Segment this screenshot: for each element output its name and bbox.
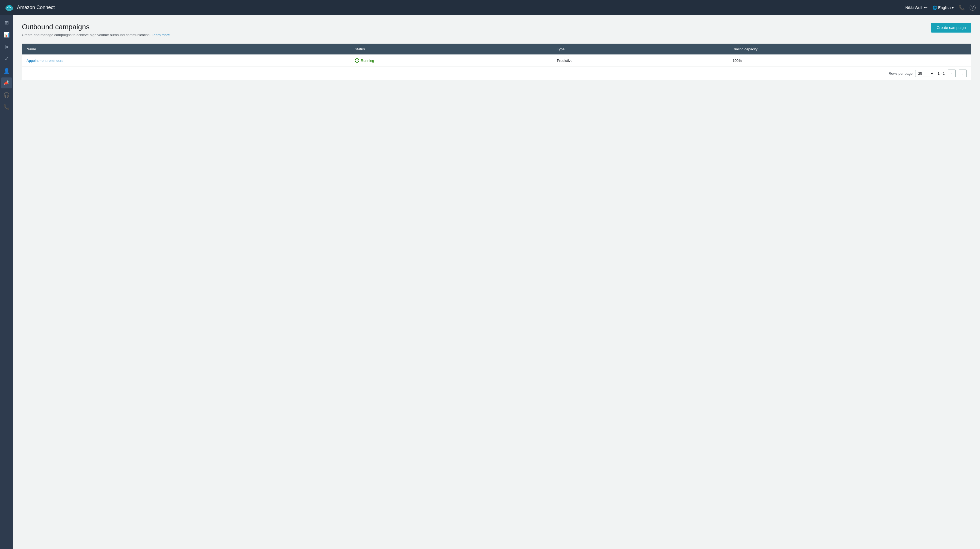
next-page-button[interactable]: › <box>959 70 967 77</box>
sidebar-item-users[interactable]: 👤 <box>1 65 12 76</box>
user-menu[interactable]: Nikki Wolf ↩ <box>905 5 928 10</box>
sidebar-item-dashboard[interactable]: ⊞ <box>1 17 12 28</box>
sidebar-item-analytics[interactable]: 📊 <box>1 29 12 40</box>
sidebar-item-queues[interactable]: 🎧 <box>1 89 12 100</box>
col-dialing-capacity: Dialing capacity <box>728 44 971 54</box>
page-header-text: Outbound campaigns Create and manage cam… <box>22 23 170 37</box>
queues-icon: 🎧 <box>3 92 10 98</box>
sidebar-item-campaigns[interactable]: 📣 <box>1 78 12 88</box>
page-header: Outbound campaigns Create and manage cam… <box>22 23 971 37</box>
campaigns-table: Name Status Type Dialing capacity Appoin… <box>22 44 971 67</box>
col-status: Status <box>350 44 553 54</box>
campaigns-icon: 📣 <box>3 80 10 86</box>
rows-per-page: Rows per page: 10 25 50 100 <box>889 70 934 77</box>
description-text: Create and manage campaigns to achieve h… <box>22 33 151 37</box>
chevron-down-icon: ▾ <box>952 5 954 10</box>
table-header-row: Name Status Type Dialing capacity <box>22 44 971 54</box>
col-type: Type <box>552 44 728 54</box>
sidebar-item-routing[interactable]: ⊳ <box>1 41 12 52</box>
campaign-name-cell: Appointment reminders <box>22 54 350 67</box>
contacts-icon: 📞 <box>3 104 10 110</box>
sidebar-item-contacts[interactable]: 📞 <box>1 102 12 113</box>
signout-icon[interactable]: ↩ <box>924 5 928 10</box>
app-title: Amazon Connect <box>17 5 55 10</box>
language-label: English <box>938 5 951 10</box>
create-campaign-button[interactable]: Create campaign <box>931 23 971 33</box>
status-running: ✓ Running <box>355 58 548 63</box>
rows-per-page-select[interactable]: 10 25 50 100 <box>915 70 934 77</box>
page-description: Create and manage campaigns to achieve h… <box>22 33 170 37</box>
users-icon: 👤 <box>3 68 10 74</box>
col-name: Name <box>22 44 350 54</box>
sidebar-item-tasks[interactable]: ✓ <box>1 53 12 64</box>
table-body: Appointment reminders ✓ Running Predicti… <box>22 54 971 67</box>
globe-icon: 🌐 <box>932 5 937 10</box>
campaign-dialing-capacity-cell: 100% <box>728 54 971 67</box>
topnav-right: Nikki Wolf ↩ 🌐 English ▾ 📞 ? <box>905 5 975 11</box>
analytics-icon: 📊 <box>3 32 10 38</box>
app-logo: Amazon Connect <box>5 3 55 13</box>
username: Nikki Wolf <box>905 5 922 10</box>
dashboard-icon: ⊞ <box>5 20 9 26</box>
learn-more-link[interactable]: Learn more <box>151 33 170 37</box>
campaigns-table-container: Name Status Type Dialing capacity Appoin… <box>22 43 971 80</box>
prev-page-button[interactable]: ‹ <box>948 70 956 77</box>
topnav: Amazon Connect Nikki Wolf ↩ 🌐 English ▾ … <box>0 0 980 15</box>
phone-icon[interactable]: 📞 <box>959 5 965 11</box>
campaign-status-cell: ✓ Running <box>350 54 553 67</box>
status-label: Running <box>361 59 374 63</box>
page-title: Outbound campaigns <box>22 23 170 31</box>
page-info: 1 - 1 <box>938 72 945 76</box>
table-header: Name Status Type Dialing capacity <box>22 44 971 54</box>
rows-per-page-label: Rows per page: <box>889 72 913 76</box>
routing-icon: ⊳ <box>5 43 9 50</box>
running-status-icon: ✓ <box>355 58 359 63</box>
app-logo-icon <box>5 3 14 13</box>
main-content: Outbound campaigns Create and manage cam… <box>13 15 980 549</box>
campaign-name-link[interactable]: Appointment reminders <box>27 59 63 63</box>
svg-point-2 <box>8 5 10 8</box>
tasks-icon: ✓ <box>5 56 9 62</box>
sidebar: ⊞ 📊 ⊳ ✓ 👤 📣 🎧 📞 <box>0 15 13 549</box>
help-icon[interactable]: ? <box>970 5 975 11</box>
table-row: Appointment reminders ✓ Running Predicti… <box>22 54 971 67</box>
pagination-row: Rows per page: 10 25 50 100 1 - 1 ‹ › <box>22 67 971 80</box>
language-selector[interactable]: 🌐 English ▾ <box>932 5 954 10</box>
campaign-type-cell: Predictive <box>552 54 728 67</box>
